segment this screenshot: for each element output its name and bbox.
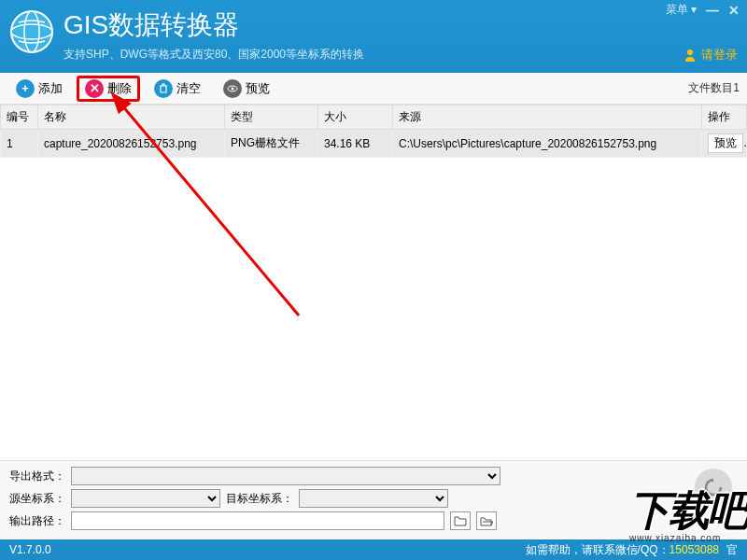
file-table: 编号 名称 类型 大小 来源 操作 1 capture_202008261527…	[0, 105, 747, 158]
source-crs-label: 源坐标系：	[9, 491, 65, 507]
app-logo	[9, 9, 54, 54]
target-crs-label: 目标坐标系：	[226, 491, 293, 507]
browse-button[interactable]	[450, 511, 471, 530]
help-text: 如需帮助，请联系微信/QQ：	[526, 542, 669, 558]
refresh-button[interactable]	[695, 469, 732, 506]
window-controls: 菜单 ▾ — ✕	[666, 2, 740, 18]
cell-index: 1	[1, 130, 38, 158]
cell-name: capture_20200826152753.png	[38, 130, 225, 158]
menu-dropdown[interactable]: 菜单 ▾	[666, 2, 697, 18]
clear-button[interactable]: 清空	[146, 76, 209, 102]
file-table-container: 编号 名称 类型 大小 来源 操作 1 capture_202008261527…	[0, 105, 747, 459]
login-button[interactable]: 请登录	[683, 47, 738, 63]
export-format-label: 导出格式：	[9, 469, 65, 484]
refresh-icon	[703, 477, 724, 497]
version-label: V1.7.0.0	[9, 543, 51, 556]
col-index[interactable]: 编号	[1, 105, 38, 130]
export-panel: 导出格式： 源坐标系： 目标坐标系： 输出路径：	[0, 460, 747, 539]
col-source[interactable]: 来源	[393, 105, 702, 130]
status-tail: 官	[726, 542, 738, 558]
svg-point-0	[11, 11, 52, 52]
folder-open-icon	[480, 515, 493, 526]
table-row[interactable]: 1 capture_20200826152753.png PNG栅格文件 34.…	[1, 130, 747, 158]
col-name[interactable]: 名称	[38, 105, 225, 130]
cell-source: C:\Users\pc\Pictures\capture_20200826152…	[393, 130, 702, 158]
folder-icon	[454, 515, 467, 526]
close-button[interactable]: ✕	[728, 3, 740, 18]
app-title: GIS数据转换器	[63, 7, 239, 43]
toolbar: + 添加 ✕ 删除 清空 预览 文件数目1	[0, 73, 747, 105]
minimize-button[interactable]: —	[706, 3, 719, 18]
output-path-input[interactable]	[71, 511, 444, 530]
output-path-label: 输出路径：	[9, 513, 65, 529]
source-crs-select[interactable]	[71, 489, 220, 508]
trash-icon	[154, 79, 173, 98]
status-bar: V1.7.0.0 如需帮助，请联系微信/QQ： 15053088 官	[0, 539, 747, 560]
cell-size: 34.16 KB	[318, 130, 393, 158]
x-icon: ✕	[85, 79, 104, 98]
eye-icon	[223, 79, 242, 98]
plus-icon: +	[16, 79, 35, 98]
col-op[interactable]: 操作	[702, 105, 747, 130]
app-header: GIS数据转换器 支持SHP、DWG等格式及西安80、国家2000等坐标系的转换…	[0, 0, 747, 73]
svg-point-5	[232, 87, 234, 90]
add-button[interactable]: + 添加	[7, 76, 71, 102]
delete-button[interactable]: ✕ 删除	[77, 76, 140, 102]
preview-button[interactable]: 预览	[215, 76, 278, 102]
svg-point-3	[687, 49, 693, 55]
col-type[interactable]: 类型	[225, 105, 318, 130]
user-icon	[683, 48, 698, 63]
col-size[interactable]: 大小	[318, 105, 393, 130]
contact-qq[interactable]: 15053088	[669, 543, 719, 556]
row-preview-button[interactable]: 预览	[708, 133, 743, 153]
open-folder-button[interactable]	[476, 511, 497, 530]
file-count-label: 文件数目1	[688, 80, 740, 96]
cell-type: PNG栅格文件	[225, 130, 318, 158]
export-format-select[interactable]	[71, 467, 500, 485]
target-crs-select[interactable]	[299, 489, 448, 508]
app-subtitle: 支持SHP、DWG等格式及西安80、国家2000等坐标系的转换	[63, 47, 364, 63]
cell-op: 预览	[702, 130, 747, 158]
